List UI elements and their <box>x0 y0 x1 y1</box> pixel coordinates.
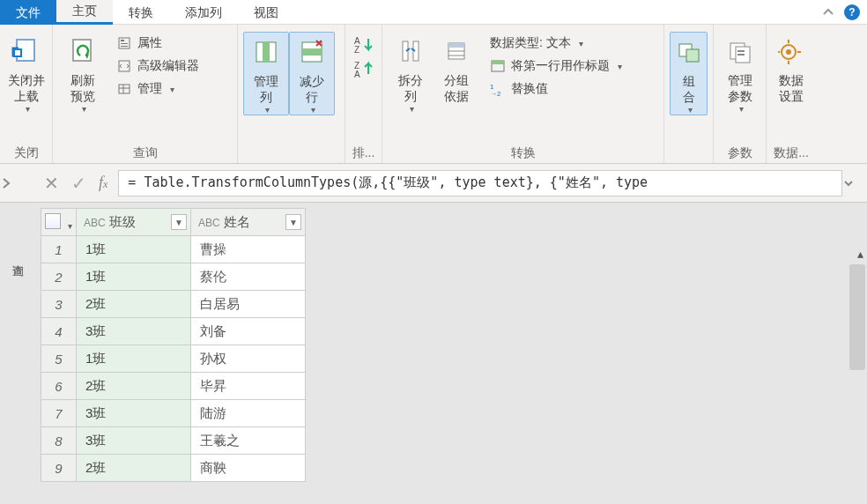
cell-name[interactable]: 孙权 <box>191 345 306 373</box>
scroll-up-icon[interactable]: ▴ <box>857 247 863 261</box>
group-label-query: 查询 <box>58 142 232 163</box>
svg-rect-9 <box>119 85 130 93</box>
column-filter-icon[interactable]: ▼ <box>171 214 187 230</box>
tab-file[interactable]: 文件 <box>0 0 56 25</box>
advanced-editor-label: 高级编辑器 <box>137 58 199 74</box>
scrollbar-thumb[interactable] <box>849 264 865 370</box>
cell-class[interactable]: 2班 <box>77 455 191 482</box>
table-icon <box>45 213 61 229</box>
data-source-settings-button[interactable]: 数据设置 <box>772 32 811 104</box>
manage-columns-button[interactable]: 管理列 ▾ <box>243 32 289 115</box>
tab-home[interactable]: 主页 <box>56 0 113 25</box>
tab-transform[interactable]: 转换 <box>113 0 169 25</box>
svg-rect-23 <box>448 43 464 48</box>
formula-expand-icon[interactable] <box>842 177 867 189</box>
tab-view[interactable]: 视图 <box>238 0 294 25</box>
cell-class[interactable]: 3班 <box>77 318 191 345</box>
group-label-close: 关闭 <box>5 142 47 163</box>
editor-area: 查询 ▾ ABC班级 ▼ ABC姓名 ▼ 11班曹操21班蔡伦32班白居易43班… <box>0 203 867 504</box>
cell-class[interactable]: 1班 <box>77 263 191 291</box>
table-row[interactable]: 62班毕昇 <box>41 373 306 400</box>
tab-add-column[interactable]: 添加列 <box>169 0 238 25</box>
row-number: 5 <box>41 345 77 373</box>
formula-bar: ✕ ✓ fx <box>0 164 867 203</box>
table-row[interactable]: 43班刘备 <box>41 318 306 345</box>
group-label-combine <box>670 144 708 163</box>
cell-name[interactable]: 王羲之 <box>191 427 306 455</box>
manage-columns-label: 管理列 <box>254 70 278 105</box>
svg-rect-31 <box>686 49 699 62</box>
svg-rect-5 <box>121 40 124 41</box>
row-number: 7 <box>41 400 77 427</box>
close-and-load-button[interactable]: 关闭并上载 ▾ <box>5 32 47 114</box>
cell-name[interactable]: 刘备 <box>191 318 306 345</box>
cell-class[interactable]: 3班 <box>77 400 191 427</box>
replace-values-button[interactable]: 1→2 替换值 <box>485 78 627 100</box>
sort-asc-button[interactable]: AZ <box>354 35 375 53</box>
cell-name[interactable]: 白居易 <box>191 291 306 318</box>
formula-input[interactable] <box>118 170 842 196</box>
cell-name[interactable]: 曹操 <box>191 236 306 263</box>
column-header-name-label: 姓名 <box>224 214 250 229</box>
table-row[interactable]: 51班孙权 <box>41 345 306 373</box>
refresh-preview-button[interactable]: 刷新预览 ▾ <box>58 32 107 114</box>
table-header-icon <box>490 58 506 74</box>
svg-rect-8 <box>119 61 130 71</box>
cell-name[interactable]: 陆游 <box>191 400 306 427</box>
group-label-params: 参数 <box>719 142 760 163</box>
column-header-class-label: 班级 <box>109 214 136 229</box>
replace-icon: 1→2 <box>490 81 506 97</box>
expand-left-panel-icon[interactable] <box>0 177 35 189</box>
advanced-editor-button[interactable]: 高级编辑器 <box>111 55 204 78</box>
column-header-class[interactable]: ABC班级 ▼ <box>77 209 191 236</box>
row-number: 4 <box>41 318 77 345</box>
split-column-button[interactable]: 拆分列 ▾ <box>388 32 434 114</box>
table-row[interactable]: 73班陆游 <box>41 400 306 427</box>
type-icon: ABC <box>84 217 106 229</box>
table-corner[interactable]: ▾ <box>41 209 77 236</box>
properties-label: 属性 <box>137 35 162 51</box>
combine-button[interactable]: 组合 ▾ <box>670 32 708 115</box>
tabs-bar: 文件 主页 转换 添加列 视图 ? <box>0 0 867 25</box>
svg-text:Z: Z <box>354 45 359 53</box>
collapse-ribbon-icon[interactable] <box>821 5 835 19</box>
svg-rect-6 <box>121 43 128 44</box>
svg-text:→2: →2 <box>490 90 501 96</box>
cell-class[interactable]: 1班 <box>77 345 191 373</box>
cell-class[interactable]: 3班 <box>77 427 191 455</box>
column-filter-icon[interactable]: ▼ <box>285 214 301 230</box>
first-row-headers-label: 将第一行用作标题 <box>511 58 610 74</box>
table-row[interactable]: 32班白居易 <box>41 291 306 318</box>
reduce-rows-button[interactable]: 减少行 ▾ <box>289 32 335 115</box>
group-by-button[interactable]: 分组依据 <box>434 32 479 104</box>
data-type-button[interactable]: 数据类型: 文本▾ <box>485 32 627 55</box>
manage-query-button[interactable]: 管理 ▾ <box>111 78 204 100</box>
column-header-name[interactable]: ABC姓名 ▼ <box>191 209 306 236</box>
replace-values-label: 替换值 <box>511 81 548 97</box>
table-row[interactable]: 92班商鞅 <box>41 455 306 482</box>
properties-button[interactable]: 属性 <box>111 32 204 55</box>
first-row-headers-button[interactable]: 将第一行用作标题▾ <box>485 55 627 78</box>
table-row[interactable]: 21班蔡伦 <box>41 263 306 291</box>
cell-class[interactable]: 2班 <box>77 373 191 400</box>
split-column-label: 拆分列 <box>398 69 423 104</box>
data-type-label: 数据类型: 文本 <box>490 35 571 51</box>
cell-name[interactable]: 毕昇 <box>191 373 306 400</box>
formula-cancel-icon[interactable]: ✕ <box>44 173 59 194</box>
table-row[interactable]: 11班曹操 <box>41 236 306 263</box>
properties-icon <box>116 35 132 51</box>
help-icon[interactable]: ? <box>844 4 860 20</box>
manage-parameters-button[interactable]: 管理参数 ▾ <box>719 32 760 114</box>
cell-class[interactable]: 2班 <box>77 291 191 318</box>
cell-name[interactable]: 商鞅 <box>191 455 306 482</box>
manage-parameters-label: 管理参数 <box>728 69 752 104</box>
sort-desc-button[interactable]: ZA <box>354 60 375 78</box>
formula-confirm-icon[interactable]: ✓ <box>71 173 86 194</box>
data-grid[interactable]: ▾ ABC班级 ▼ ABC姓名 ▼ 11班曹操21班蔡伦32班白居易43班刘备5… <box>41 208 306 482</box>
table-row[interactable]: 83班王羲之 <box>41 427 306 455</box>
fx-icon: fx <box>95 174 118 192</box>
cell-name[interactable]: 蔡伦 <box>191 263 306 291</box>
cell-class[interactable]: 1班 <box>77 236 191 263</box>
svg-point-37 <box>786 49 791 55</box>
manage-query-icon <box>116 81 132 97</box>
